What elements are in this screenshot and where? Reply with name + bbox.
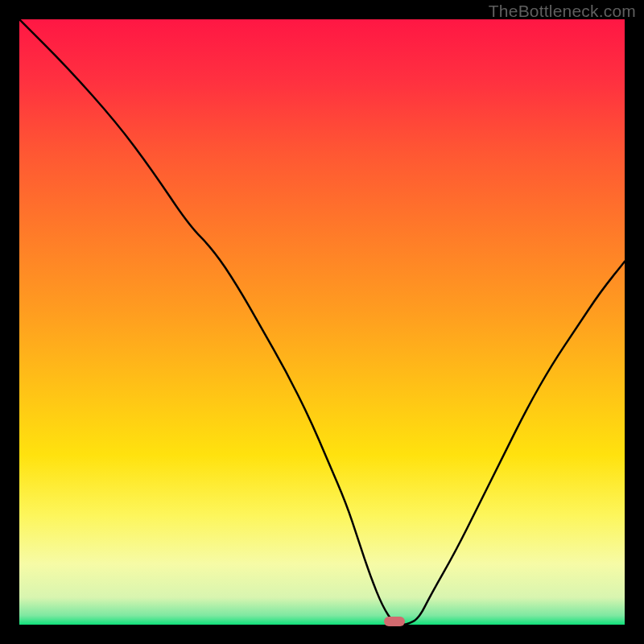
plot-area: [19, 19, 625, 625]
chart-frame: TheBottleneck.com: [0, 0, 644, 644]
bottleneck-curve: [19, 19, 625, 625]
watermark-text: TheBottleneck.com: [489, 2, 636, 21]
optimal-marker: [384, 617, 405, 626]
